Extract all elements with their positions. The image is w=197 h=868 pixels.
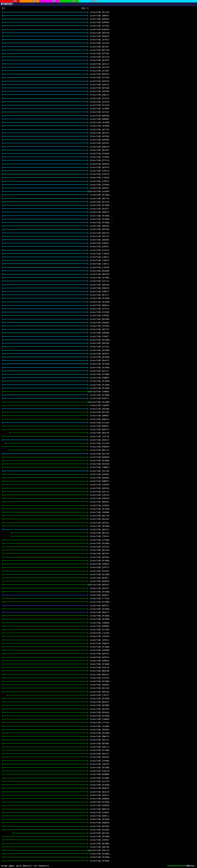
alignment-row[interactable]: UniRef100_B2W6Y9 xyxy=(0,642,197,645)
hit-accession-label[interactable]: UniRef100_A4P8B9 xyxy=(90,649,109,652)
alignment-bar[interactable] xyxy=(2,377,88,379)
alignment-bar[interactable] xyxy=(2,218,88,220)
hit-accession-label[interactable]: UniRef100_B4LB18 xyxy=(90,518,109,520)
hit-accession-label[interactable]: UniRef100_Q8LH97 xyxy=(90,149,109,152)
alignment-bar[interactable] xyxy=(2,87,88,89)
alignment-bar[interactable] xyxy=(2,691,88,693)
alignment-row[interactable]: UniRef100_C1BZR7 xyxy=(0,259,197,262)
hit-accession-label[interactable]: UniRef100_B5DGY8 xyxy=(90,287,109,289)
alignment-row[interactable]: UniRef100_UP1000... xyxy=(0,373,197,376)
alignment-bar[interactable] xyxy=(2,701,88,703)
alignment-bar[interactable] xyxy=(2,563,88,565)
alignment-row[interactable]: UniRef100_Q9CYZ7 xyxy=(0,738,197,742)
alignment-row[interactable]: UniRef100_UP1000... xyxy=(0,818,197,821)
alignment-bar[interactable] xyxy=(2,277,88,279)
alignment-bar[interactable] xyxy=(2,336,88,338)
alignment-row[interactable]: UniRef100_B5RPL2 xyxy=(0,814,197,817)
hit-accession-label[interactable]: UniRef100_Q6BDH8 xyxy=(90,798,109,800)
hit-accession-label[interactable]: UniRef100_Q9PTB6 xyxy=(90,342,109,345)
alignment-bar[interactable] xyxy=(2,280,88,282)
alignment-row[interactable]: UniRef100_C3PT39 xyxy=(0,435,197,438)
hit-accession-label[interactable]: UniRef100_Q2UL29 xyxy=(90,666,109,669)
alignment-row[interactable]: UniRef100_C6SUM9 xyxy=(0,190,197,193)
alignment-row[interactable]: UniRef100_A9GUS4 xyxy=(0,755,197,759)
hit-accession-label[interactable]: UniRef100_Q9NEN6 xyxy=(90,625,109,627)
alignment-row[interactable]: UniRef100_A7YYE3 xyxy=(0,307,197,310)
hit-accession-label[interactable]: UniRef100_C6HJY5 xyxy=(90,763,109,766)
alignment-row[interactable]: UniRef100_Q75LR5 xyxy=(0,97,197,100)
hit-accession-label[interactable]: UniRef100_A7EZI6 xyxy=(90,677,109,679)
alignment-row[interactable]: UniRef100_A9PGY9 xyxy=(0,80,197,83)
hit-accession-label[interactable]: UniRef100_P51430 xyxy=(90,104,109,106)
alignment-row[interactable]: UniRef100_B3TLK9 xyxy=(0,55,197,59)
hit-accession-label[interactable]: UniRef100_Q6EE73 xyxy=(90,611,109,614)
hit-accession-label[interactable]: UniRef100_Q5UAN8 xyxy=(90,270,109,272)
hit-accession-label[interactable]: UniRef100_Q6C169 xyxy=(90,687,109,689)
alignment-row[interactable]: UniRef100_B6KTQ1 xyxy=(0,604,197,607)
hit-accession-label[interactable]: UniRef100_Q81925 xyxy=(90,532,109,534)
alignment-row[interactable]: UniRef100_Q43DJ7 xyxy=(0,207,197,211)
alignment-row[interactable]: UniRef100_C7G144 xyxy=(0,631,197,635)
alignment-bar[interactable] xyxy=(2,718,88,720)
hit-accession-label[interactable]: UniRef100_UP1000... xyxy=(90,698,113,700)
alignment-row[interactable]: UniRef100_B3NWZ4 xyxy=(0,445,197,448)
alignment-bar[interactable] xyxy=(2,370,88,372)
alignment-bar[interactable] xyxy=(2,584,88,586)
alignment-bar[interactable] xyxy=(7,694,88,696)
alignment-row[interactable]: UniRef100_B2Y1V8 xyxy=(0,200,197,204)
alignment-row[interactable]: UniRef100_UP1000... xyxy=(0,573,197,576)
alignment-row[interactable]: UniRef100_P05752 xyxy=(0,752,197,755)
alignment-row[interactable]: UniRef100_UP1000... xyxy=(0,607,197,611)
alignment-row[interactable]: UniRef100_Q6BDH8 xyxy=(0,797,197,800)
alignment-row[interactable]: UniRef100_Q0C740 xyxy=(0,514,197,518)
alignment-bar[interactable] xyxy=(2,356,88,358)
alignment-bar[interactable] xyxy=(2,556,88,558)
alignment-row[interactable]: UniRef100_C4J4J5 xyxy=(0,41,197,45)
alignment-row[interactable]: UniRef100_UP1000... xyxy=(0,355,197,359)
alignment-bar[interactable] xyxy=(2,722,88,723)
hit-accession-label[interactable]: UniRef100_Q9GYH9 xyxy=(90,228,109,230)
alignment-row[interactable]: UniRef100_C1BGY1 xyxy=(0,255,197,259)
hit-accession-label[interactable]: UniRef100_B3TLK9 xyxy=(90,56,109,58)
alignment-bar[interactable] xyxy=(2,15,88,17)
hit-accession-label[interactable]: UniRef100_A1CI29 xyxy=(90,780,109,783)
hit-accession-label[interactable]: UniRef100_UP1000... xyxy=(90,601,113,603)
hit-accession-label[interactable]: UniRef100_A7R4H9 xyxy=(90,152,109,155)
hit-accession-label[interactable]: UniRef100_UP1000... xyxy=(90,366,113,369)
hit-accession-label[interactable]: UniRef100_UP1000... xyxy=(90,121,113,124)
alignment-bar[interactable] xyxy=(2,705,88,706)
alignment-row[interactable]: UniRef100_Q1FL53 xyxy=(0,280,197,283)
hit-accession-label[interactable]: UniRef100_UP1000... xyxy=(90,715,113,717)
alignment-row[interactable]: UniRef100_C7TZZ9 xyxy=(0,597,197,600)
alignment-row[interactable]: UniRef100_B9Y6B5 xyxy=(0,742,197,745)
alignment-row[interactable]: UniRef100_UP1000... xyxy=(0,524,197,528)
alignment-row[interactable]: UniRef100_C6ZI10 xyxy=(0,545,197,548)
hit-accession-label[interactable]: UniRef100_A9NL91 xyxy=(90,94,109,96)
alignment-row[interactable]: UniRef100_Q2HT61 xyxy=(0,142,197,145)
hit-accession-label[interactable]: UniRef100_UP1000... xyxy=(90,218,113,220)
hit-accession-label[interactable]: UniRef100_UP1000... xyxy=(90,349,113,352)
alignment-row[interactable]: UniRef100_B4LB18 xyxy=(0,518,197,521)
alignment-bar[interactable] xyxy=(2,339,88,341)
alignment-row[interactable]: UniRef100_UP1000... xyxy=(0,386,197,390)
hit-accession-label[interactable]: UniRef100_Q65PR3 xyxy=(90,59,109,62)
alignment-row[interactable]: UniRef100_C6TEU3 xyxy=(0,38,197,41)
alignment-bar[interactable] xyxy=(2,560,88,562)
alignment-row[interactable]: UniRef100_B8CCL8 xyxy=(0,448,197,452)
alignment-bar[interactable] xyxy=(2,791,88,793)
alignment-bar[interactable] xyxy=(2,439,88,441)
alignment-row[interactable]: UniRef100_UP1000... xyxy=(0,300,197,304)
hit-accession-label[interactable]: UniRef100_UP1000... xyxy=(90,297,113,300)
alignment-row[interactable]: UniRef100_A3E4E4 xyxy=(0,483,197,487)
hit-accession-label[interactable]: UniRef100_B9RHN2 xyxy=(90,118,109,120)
hit-accession-label[interactable]: UniRef100_A8P2B5 xyxy=(90,708,109,710)
alignment-bar[interactable] xyxy=(2,18,88,20)
alignment-row[interactable]: UniRef100_C5P9D6 xyxy=(0,759,197,763)
alignment-row[interactable]: UniRef100_A7LGA4 xyxy=(0,421,197,424)
alignment-row[interactable]: UniRef100_UP1000... xyxy=(0,459,197,462)
alignment-row[interactable]: UniRef100_UP1000... xyxy=(0,276,197,280)
alignment-bar[interactable] xyxy=(2,173,88,175)
alignment-bar[interactable] xyxy=(2,56,88,58)
alignment-row[interactable]: UniRef100_Q4N503 xyxy=(0,476,197,479)
hit-accession-label[interactable]: UniRef100_P41798 xyxy=(90,470,109,472)
